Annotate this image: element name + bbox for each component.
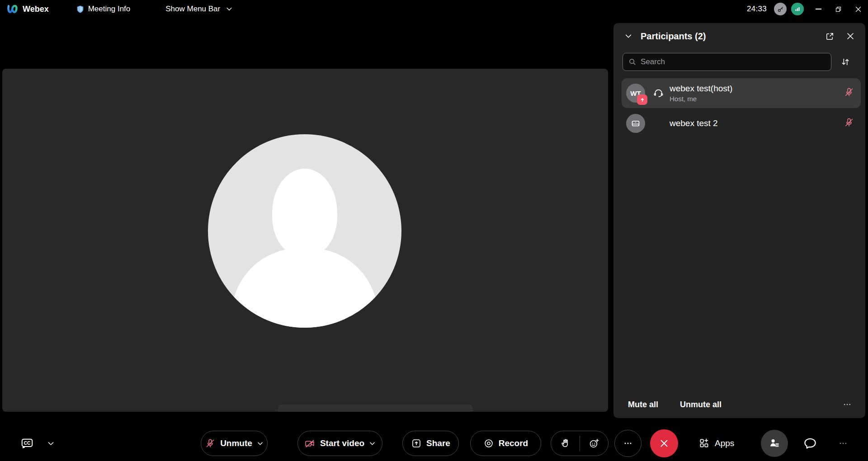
participants-panel: Participants (2) [613, 23, 865, 418]
participant-name: webex test 2 [670, 118, 718, 128]
chevron-down-icon[interactable] [257, 440, 264, 447]
participant-avatar: WT [626, 84, 645, 103]
shield-icon [76, 5, 85, 14]
avatar-shoulders-shape [231, 248, 378, 328]
avatar-placeholder [208, 134, 401, 328]
participants-list: WT webex test(host) Host, me [613, 78, 865, 137]
reactions-button[interactable] [580, 436, 609, 451]
chat-button[interactable] [800, 433, 820, 453]
participant-role: Host, me [670, 95, 732, 103]
show-menu-bar-button[interactable]: Show Menu Bar [165, 5, 233, 14]
unmute-button[interactable]: Unmute [201, 431, 268, 456]
cc-label: CC [24, 441, 30, 446]
close-window-button[interactable] [848, 0, 868, 18]
mute-all-button[interactable]: Mute all [628, 400, 658, 409]
raise-hand-button[interactable] [551, 436, 580, 451]
participants-panel-footer: Mute all Unmute all [628, 398, 854, 411]
video-off-icon [304, 438, 316, 449]
lock-key-indicator-icon[interactable] [774, 3, 787, 15]
muted-mic-icon [205, 438, 216, 449]
participant-avatar [626, 114, 645, 133]
main-video-tile [2, 69, 608, 412]
start-video-button[interactable]: Start video [297, 431, 382, 456]
search-icon [628, 58, 637, 66]
show-menu-bar-label: Show Menu Bar [165, 5, 220, 14]
chevron-down-icon[interactable] [369, 440, 376, 447]
search-box[interactable] [623, 53, 831, 71]
share-label: Share [426, 438, 450, 448]
participants-toggle-button[interactable] [761, 430, 788, 457]
muted-mic-icon[interactable] [844, 87, 854, 99]
unmute-label: Unmute [220, 438, 252, 448]
muted-mic-icon[interactable] [844, 117, 854, 130]
video-bottom-overlay [278, 405, 472, 412]
apps-label: Apps [715, 438, 734, 448]
participant-row-guest[interactable]: webex test 2 [622, 110, 861, 137]
share-button[interactable]: Share [402, 431, 459, 456]
meeting-info-button[interactable]: Meeting Info [76, 5, 131, 14]
meeting-timer: 24:33 [747, 5, 767, 14]
connection-quality-icon[interactable] [791, 3, 804, 15]
restore-icon [835, 6, 842, 13]
headset-icon [652, 88, 664, 99]
webex-logo-icon [6, 4, 19, 15]
closed-captions-button[interactable]: CC [18, 435, 36, 452]
close-panel-button[interactable] [844, 30, 856, 42]
minimize-icon [816, 9, 821, 9]
record-label: Record [499, 438, 528, 448]
avatar-head-shape [272, 169, 337, 257]
more-options-button[interactable] [614, 430, 642, 457]
apps-grid-icon [698, 437, 710, 449]
meeting-info-label: Meeting Info [88, 5, 131, 14]
popout-panel-button[interactable] [823, 30, 836, 43]
captions-chevron-button[interactable] [45, 438, 57, 449]
minimize-button[interactable] [808, 0, 828, 18]
sharing-badge-icon [637, 94, 647, 105]
chevron-down-icon [226, 5, 233, 13]
search-input[interactable] [641, 57, 826, 66]
close-icon [855, 6, 862, 13]
reactions-group [551, 431, 609, 456]
control-bar: CC Unmute Start video [0, 426, 868, 461]
apps-button[interactable]: Apps [698, 437, 734, 449]
app-title: Webex [23, 5, 49, 14]
participant-name: webex test(host) [670, 84, 732, 94]
overflow-more-button[interactable] [836, 437, 850, 450]
participant-row-host[interactable]: WT webex test(host) Host, me [622, 78, 861, 108]
sort-participants-button[interactable] [839, 55, 852, 69]
collapse-panel-button[interactable] [623, 30, 634, 42]
leave-meeting-button[interactable] [650, 429, 678, 457]
panel-more-options-button[interactable] [841, 398, 854, 411]
participants-panel-title: Participants (2) [641, 31, 706, 42]
unmute-all-button[interactable]: Unmute all [680, 400, 722, 409]
participants-panel-header: Participants (2) [613, 23, 865, 49]
share-screen-icon [411, 438, 422, 449]
record-button[interactable]: Record [470, 431, 541, 456]
record-icon [483, 438, 494, 449]
participants-search-row [613, 49, 865, 73]
title-bar: Webex Meeting Info Show Menu Bar 24:33 [0, 0, 868, 18]
start-video-label: Start video [320, 438, 364, 448]
restore-button[interactable] [828, 0, 848, 18]
